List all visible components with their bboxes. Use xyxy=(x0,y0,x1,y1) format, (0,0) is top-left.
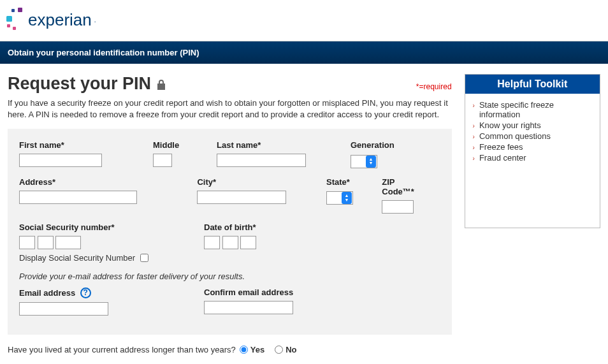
logo[interactable]: experian. xyxy=(6,8,602,32)
address-input[interactable] xyxy=(19,191,137,204)
display-ssn-checkbox[interactable] xyxy=(140,254,148,262)
toolkit-panel: Helpful Toolkit ›State specific freeze i… xyxy=(465,74,600,228)
address-label: Address* xyxy=(19,177,184,187)
radio-no-label: No xyxy=(286,345,296,354)
confirm-email-input[interactable] xyxy=(204,301,293,314)
page-title: Request your PIN xyxy=(8,74,151,94)
experian-logo-icon xyxy=(6,8,25,32)
form-box: First name* Middle Last name* Generation xyxy=(8,129,452,335)
toolkit-item-1[interactable]: ›Know your rights xyxy=(473,120,592,130)
required-legend: *=required xyxy=(416,82,452,91)
state-select[interactable] xyxy=(326,191,353,205)
logo-text: experian xyxy=(28,10,92,30)
toolkit-item-3[interactable]: ›Freeze fees xyxy=(473,142,592,152)
chevron-right-icon: › xyxy=(473,144,475,151)
logo-tm: . xyxy=(94,17,96,24)
chevron-right-icon: › xyxy=(473,102,475,109)
first-name-label: First name* xyxy=(19,140,140,150)
zip-input[interactable] xyxy=(382,200,414,214)
chevron-updown-icon xyxy=(345,194,349,202)
email-input[interactable] xyxy=(19,302,108,316)
address-duration-question: Have you lived at your current address l… xyxy=(0,335,608,364)
chevron-updown-icon xyxy=(369,157,373,166)
generation-select[interactable] xyxy=(351,155,377,168)
city-label: City* xyxy=(197,177,314,187)
confirm-email-label: Confirm email address xyxy=(204,288,293,297)
dob-input-3[interactable] xyxy=(240,236,256,249)
middle-input[interactable] xyxy=(153,154,172,167)
middle-label: Middle xyxy=(153,140,204,150)
svg-rect-3 xyxy=(7,24,10,27)
chevron-right-icon: › xyxy=(473,133,475,140)
ssn-input-2[interactable] xyxy=(38,236,54,249)
first-name-input[interactable] xyxy=(19,154,102,167)
email-hint: Provide your e-mail address for faster d… xyxy=(19,272,440,281)
email-label: Email address ? xyxy=(19,288,191,298)
lock-icon xyxy=(156,79,166,94)
logo-area: experian. xyxy=(0,0,608,41)
generation-label: Generation xyxy=(351,140,394,150)
last-name-input[interactable] xyxy=(217,154,306,167)
main-content: Request your PIN *=required If you have … xyxy=(8,74,452,335)
radio-yes[interactable] xyxy=(240,346,248,354)
toolkit-item-2[interactable]: ›Common questions xyxy=(473,131,592,141)
state-label: State* xyxy=(326,177,369,187)
radio-no[interactable] xyxy=(275,346,283,354)
ssn-input-1[interactable] xyxy=(19,236,35,249)
chevron-right-icon: › xyxy=(473,155,475,162)
intro-text: If you have a security freeze on your cr… xyxy=(8,98,452,120)
toolkit-header: Helpful Toolkit xyxy=(465,75,600,94)
toolkit-list: ›State specific freeze information ›Know… xyxy=(465,94,600,170)
radio-yes-label: Yes xyxy=(250,345,264,354)
sidebar: Helpful Toolkit ›State specific freeze i… xyxy=(465,74,600,335)
ssn-label: Social Security number* xyxy=(19,222,191,232)
dob-input-1[interactable] xyxy=(204,236,220,249)
svg-rect-4 xyxy=(13,27,16,30)
dob-input-2[interactable] xyxy=(222,236,238,249)
radio-question-text: Have you lived at your current address l… xyxy=(8,345,236,354)
toolkit-item-4[interactable]: ›Fraud center xyxy=(473,153,592,163)
dob-label: Date of birth* xyxy=(204,222,256,232)
help-icon[interactable]: ? xyxy=(80,288,91,298)
svg-rect-0 xyxy=(11,9,15,12)
ssn-input-3[interactable] xyxy=(55,236,81,249)
toolkit-item-0[interactable]: ›State specific freeze information xyxy=(473,100,592,119)
email-label-text: Email address xyxy=(19,288,75,297)
city-input[interactable] xyxy=(197,191,286,204)
last-name-label: Last name* xyxy=(217,140,338,150)
svg-rect-1 xyxy=(18,8,22,12)
display-ssn-label: Display Social Security Number xyxy=(19,253,135,263)
chevron-right-icon: › xyxy=(473,122,475,129)
svg-rect-2 xyxy=(6,16,12,22)
banner: Obtain your personal identification numb… xyxy=(0,41,608,64)
zip-label: ZIP Code™* xyxy=(382,177,427,196)
